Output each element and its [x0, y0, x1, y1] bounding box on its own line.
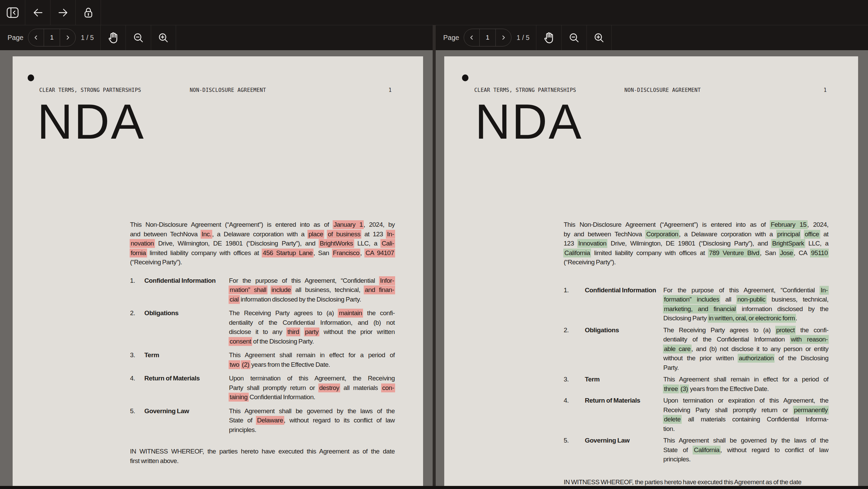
doc-line: consent of the Disclosing Party. [229, 337, 395, 346]
doc-text: without the prior written [663, 354, 738, 362]
prev-page-button[interactable] [28, 29, 44, 46]
doc-text: This Agreement shall be governed by the … [229, 407, 395, 415]
clause-number: 3. [564, 375, 569, 384]
doc-text: the confi- [363, 309, 395, 317]
intro-paragraph: This Non-Disclosure Agreement (“Agreemen… [564, 220, 828, 267]
doc-line: delete all materials containing Confiden… [663, 415, 828, 424]
doc-line: and between TechNova Inc., a Delaware co… [130, 229, 395, 239]
added-text-highlight: non-public [736, 295, 767, 304]
next-page-button[interactable] [60, 29, 75, 46]
doc-text: This Non-Disclosure Agreement (“Agreemen… [130, 221, 333, 228]
doc-text: , a Delaware corporation with a [679, 230, 777, 238]
hand-tool-button[interactable] [536, 25, 561, 50]
deleted-text-highlight: (2) [241, 360, 250, 369]
arrow-left-icon [32, 8, 43, 18]
doc-line: Disclosing Party in written, oral, or el… [663, 313, 828, 323]
doc-line: This Agreement shall be governed by the … [229, 406, 395, 416]
doc-text: Receiving Party shall promptly return or [663, 406, 793, 414]
doc-text [267, 286, 271, 293]
doc-text: information disclosed by the Disclosing … [240, 296, 361, 303]
doc-text: by and between TechNova [564, 230, 646, 238]
deleted-text-highlight: place [307, 230, 324, 239]
page-number-input[interactable] [480, 29, 495, 46]
deleted-text-highlight: fornia [130, 249, 147, 257]
lock-icon [83, 7, 94, 18]
header-eyebrow: CLEAR TERMS, STRONG PARTNERSHIPS [474, 87, 576, 93]
clause-term: Return of Materials [585, 396, 640, 405]
prev-page-button[interactable] [464, 29, 479, 46]
clause-definition: The Receiving Party agrees to (a) mainta… [229, 308, 395, 346]
doc-line: able care, and (b) not disclose it to an… [663, 344, 828, 354]
doc-text: all business, technical, [291, 286, 364, 293]
zoom-in-button[interactable] [587, 25, 612, 50]
deleted-text-highlight: party [304, 327, 320, 336]
doc-line: California limited liability company wit… [564, 248, 828, 258]
doc-line: taining Confidential Information. [229, 392, 395, 402]
doc-line: fornia limited liability company with of… [130, 248, 395, 258]
doc-line: two (2) years from the Effective Date. [229, 360, 395, 369]
lock-button[interactable] [76, 0, 101, 25]
viewer-toolbar-right: Page 1 / 5 [436, 25, 868, 50]
doc-text: , San [760, 249, 779, 256]
clause-term: Obligations [144, 308, 178, 318]
clause-term: Term [585, 375, 599, 384]
doc-text: Party. [663, 364, 679, 371]
doc-text: years from the Effective Date. [250, 361, 330, 368]
deleted-text-highlight: Cali- [380, 239, 395, 248]
zoom-out-button[interactable] [561, 25, 587, 50]
doc-text: This Agreement shall be governed by the … [663, 437, 828, 444]
clause-item: 1.Confidential InformationFor the purpos… [564, 285, 828, 323]
clause-item: 3.TermThis Agreement shall remain in eff… [130, 350, 395, 369]
doc-line: This Non-Disclosure Agreement (“Agreemen… [130, 220, 395, 229]
back-button[interactable] [25, 0, 50, 25]
added-text-highlight: California [563, 249, 591, 257]
doc-text: at 123 [361, 230, 386, 238]
header-page-number: 1 [824, 87, 827, 93]
doc-text: , CA [794, 249, 810, 256]
added-text-highlight: (3) [680, 385, 689, 393]
clause-definition: The Receiving Party agrees to (a) protec… [663, 325, 828, 373]
clause-definition: Upon termination of this Agreement, the … [229, 374, 395, 402]
hand-icon [543, 32, 555, 44]
doc-line: disclose it to any third party without t… [229, 327, 395, 337]
doc-line: mation” shall include all business, tech… [229, 285, 395, 295]
clause-number: 3. [130, 350, 135, 360]
deleted-text-highlight: two [229, 360, 240, 369]
clause-number: 2. [564, 325, 569, 335]
deleted-text-highlight: BrightWorks [319, 239, 354, 248]
clause-item: 5.Governing LawThis Agreement shall be g… [130, 406, 395, 435]
added-text-highlight: formation” includes [663, 295, 720, 304]
deleted-text-highlight: mation” shall [229, 285, 267, 294]
zoom-in-button[interactable] [151, 25, 176, 50]
doc-text: LLC, a [805, 240, 828, 247]
doc-line: (“Receiving Party”). [130, 257, 395, 267]
doc-text: (“Receiving Party”). [130, 259, 182, 266]
pane-divider[interactable] [433, 25, 436, 489]
doc-text: all materials [340, 384, 381, 391]
forward-button[interactable] [50, 0, 76, 25]
clause-term: Governing Law [144, 406, 189, 416]
added-text-highlight: California [693, 446, 720, 455]
clause-number: 5. [564, 436, 569, 445]
clause-term: Governing Law [585, 436, 630, 445]
added-text-highlight: February 15 [770, 220, 808, 229]
doc-text: Confidential Information. [248, 393, 315, 401]
clause-list: 1.Confidential InformationFor the purpos… [130, 276, 395, 435]
deleted-text-highlight: Francisco [332, 249, 361, 257]
added-text-highlight: 789 Venture Blvd [708, 249, 760, 257]
page-number-input[interactable] [44, 29, 59, 46]
collapse-sidebar-button[interactable] [0, 0, 25, 25]
next-page-button[interactable] [495, 29, 511, 46]
deleted-text-highlight: and finan- [364, 285, 395, 294]
clause-item: 1.Confidential InformationFor the purpos… [130, 276, 395, 304]
clause-item: 4.Return of MaterialsUpon termination of… [130, 374, 395, 402]
document-title: NDA [475, 97, 583, 146]
doc-text: For the purpose of this Agreement, “Conf… [229, 277, 379, 284]
document-body: This Non-Disclosure Agreement (“Agreemen… [130, 220, 395, 465]
collapse-sidebar-icon [6, 7, 19, 18]
added-text-highlight: marketing, and financial [663, 305, 737, 313]
zoom-out-button[interactable] [126, 25, 151, 50]
hand-tool-button[interactable] [100, 25, 126, 50]
clause-item: 3.TermThis Agreement shall remain in eff… [564, 375, 828, 393]
doc-text: Drive, Wilmington, DE 19801 (“Disclosing… [607, 240, 771, 247]
